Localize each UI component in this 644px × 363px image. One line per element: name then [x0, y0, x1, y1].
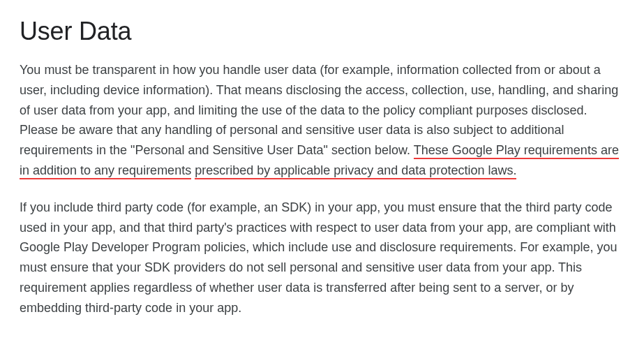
paragraph-2: If you include third party code (for exa…	[20, 198, 624, 318]
paragraph-1: You must be transparent in how you handl…	[20, 60, 624, 181]
paragraph-1-underlined-line2: prescribed by applicable privacy and dat…	[195, 163, 516, 179]
page-heading: User Data	[20, 17, 624, 46]
